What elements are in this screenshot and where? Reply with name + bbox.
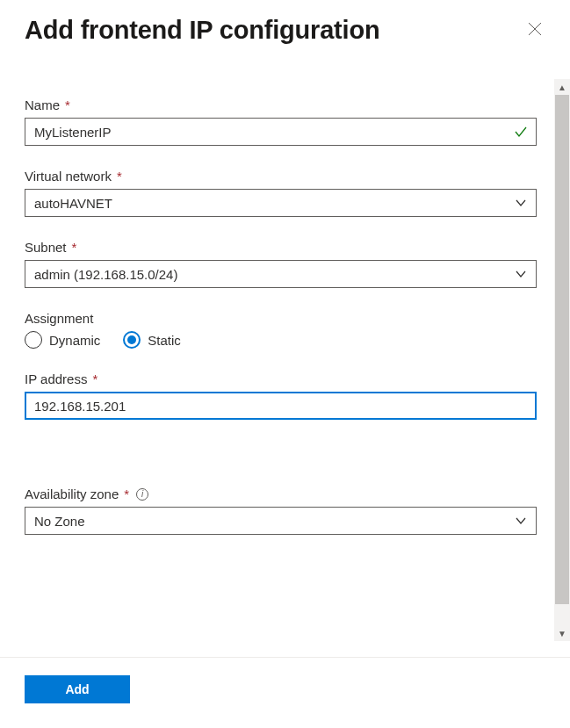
availability-zone-select[interactable]: No Zone xyxy=(25,507,537,535)
subnet-select[interactable]: admin (192.168.15.0/24) xyxy=(25,260,537,288)
radio-label-dynamic: Dynamic xyxy=(49,333,100,348)
radio-circle-selected-icon xyxy=(123,331,141,349)
add-button[interactable]: Add xyxy=(25,675,130,703)
assignment-radio-static[interactable]: Static xyxy=(123,331,181,349)
name-field-group: Name * xyxy=(25,97,537,146)
assignment-radio-dynamic[interactable]: Dynamic xyxy=(25,331,100,349)
virtual-network-label: Virtual network * xyxy=(25,169,537,184)
panel-header: Add frontend IP configuration xyxy=(25,16,545,45)
radio-label-static: Static xyxy=(148,333,181,348)
chevron-down-icon xyxy=(515,197,527,209)
virtual-network-field-group: Virtual network * autoHAVNET xyxy=(25,169,537,217)
scrollbar-thumb[interactable] xyxy=(555,95,569,604)
info-icon[interactable]: i xyxy=(136,488,148,501)
ip-address-field-group: IP address * xyxy=(25,371,537,420)
radio-dot-icon xyxy=(127,335,136,344)
subnet-field-group: Subnet * admin (192.168.15.0/24) xyxy=(25,240,537,288)
required-indicator: * xyxy=(124,487,129,501)
availability-zone-value: No Zone xyxy=(34,514,85,529)
scrollbar[interactable]: ▲ ▼ xyxy=(554,79,570,641)
assignment-label: Assignment xyxy=(25,311,537,326)
availability-zone-label: Availability zone * i xyxy=(25,487,537,501)
availability-zone-field-group: Availability zone * i No Zone xyxy=(25,487,537,535)
scrollbar-up-icon[interactable]: ▲ xyxy=(554,79,570,95)
name-label: Name * xyxy=(25,97,537,112)
name-input-wrapper xyxy=(25,118,537,146)
chevron-down-icon xyxy=(515,515,527,527)
spacer xyxy=(25,443,537,487)
panel-title: Add frontend IP configuration xyxy=(25,16,379,45)
panel-footer: Add xyxy=(0,657,570,728)
required-indicator: * xyxy=(117,169,122,184)
ip-address-input[interactable] xyxy=(25,392,537,420)
required-indicator: * xyxy=(65,97,70,112)
radio-circle-icon xyxy=(25,331,42,349)
assignment-radio-group: Dynamic Static xyxy=(25,331,537,349)
form-scroll-area: Name * Virtual network * autoHAVNET xyxy=(25,97,545,651)
close-button[interactable] xyxy=(524,20,545,41)
required-indicator: * xyxy=(72,240,77,255)
frontend-ip-config-panel: Add frontend IP configuration Name * xyxy=(0,0,570,728)
close-icon xyxy=(528,22,542,40)
assignment-field-group: Assignment Dynamic Static xyxy=(25,311,537,349)
required-indicator: * xyxy=(92,371,97,386)
subnet-value: admin (192.168.15.0/24) xyxy=(34,267,177,282)
chevron-down-icon xyxy=(515,268,527,280)
virtual-network-select[interactable]: autoHAVNET xyxy=(25,189,537,217)
name-input[interactable] xyxy=(25,118,537,146)
ip-address-label: IP address * xyxy=(25,371,537,386)
virtual-network-value: autoHAVNET xyxy=(34,196,112,211)
scrollbar-down-icon[interactable]: ▼ xyxy=(554,625,570,641)
ip-address-input-wrapper xyxy=(25,392,537,420)
subnet-label: Subnet * xyxy=(25,240,537,255)
